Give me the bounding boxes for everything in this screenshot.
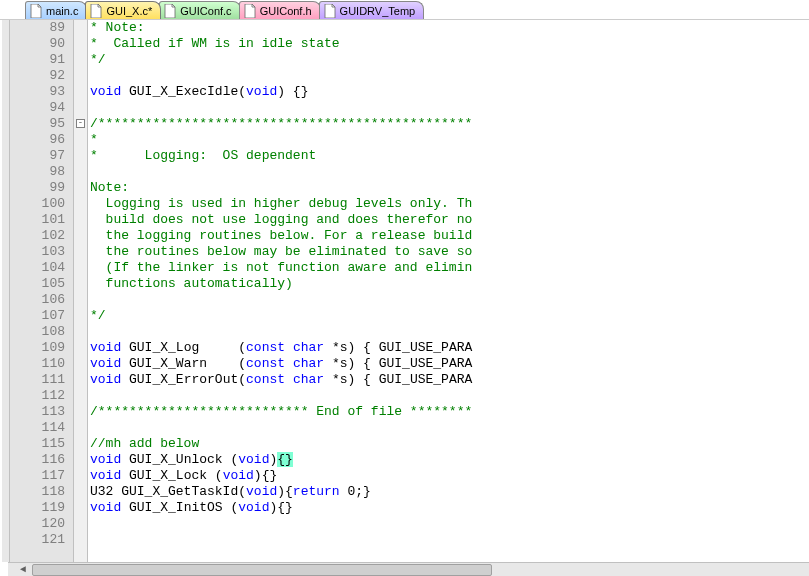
- line-number: 89: [10, 20, 73, 36]
- line-number: 95: [10, 116, 73, 132]
- code-line[interactable]: *: [90, 132, 809, 148]
- horizontal-scrollbar[interactable]: ◄: [8, 562, 809, 576]
- code-line[interactable]: void GUI_X_Lock (void){}: [90, 468, 809, 484]
- line-number: 116: [10, 452, 73, 468]
- line-number: 94: [10, 100, 73, 116]
- file-icon: [164, 4, 176, 18]
- line-number: 96: [10, 132, 73, 148]
- line-number: 93: [10, 84, 73, 100]
- code-line[interactable]: functions automatically): [90, 276, 809, 292]
- editor-margin: [2, 20, 10, 562]
- code-line[interactable]: void GUI_X_Unlock (void){}: [90, 452, 809, 468]
- line-number: 121: [10, 532, 73, 548]
- code-line[interactable]: void GUI_X_ErrorOut(const char *s) { GUI…: [90, 372, 809, 388]
- line-number: 106: [10, 292, 73, 308]
- code-line[interactable]: [90, 164, 809, 180]
- code-editor[interactable]: 8990919293949596979899100101102103104105…: [0, 20, 809, 562]
- line-number: 92: [10, 68, 73, 84]
- line-number: 113: [10, 404, 73, 420]
- code-line[interactable]: the routines below may be eliminated to …: [90, 244, 809, 260]
- line-number: 118: [10, 484, 73, 500]
- code-line[interactable]: [90, 532, 809, 548]
- line-number: 107: [10, 308, 73, 324]
- code-line[interactable]: [90, 68, 809, 84]
- tab-guiconf-h[interactable]: GUIConf.h: [239, 1, 321, 19]
- code-line[interactable]: void GUI_X_ExecIdle(void) {}: [90, 84, 809, 100]
- code-line[interactable]: Note:: [90, 180, 809, 196]
- line-number: 120: [10, 516, 73, 532]
- line-number: 97: [10, 148, 73, 164]
- tab-bar: main.cGUI_X.c*GUIConf.cGUIConf.hGUIDRV_T…: [0, 0, 809, 20]
- code-line[interactable]: (If the linker is not function aware and…: [90, 260, 809, 276]
- code-line[interactable]: * Called if WM is in idle state: [90, 36, 809, 52]
- line-number: 99: [10, 180, 73, 196]
- file-icon: [324, 4, 336, 18]
- code-line[interactable]: void GUI_X_Log (const char *s) { GUI_USE…: [90, 340, 809, 356]
- scrollbar-thumb[interactable]: [32, 564, 492, 576]
- tab-guidrv-temp[interactable]: GUIDRV_Temp: [319, 1, 425, 19]
- line-number: 119: [10, 500, 73, 516]
- line-number: 109: [10, 340, 73, 356]
- line-number: 117: [10, 468, 73, 484]
- line-number: 102: [10, 228, 73, 244]
- code-line[interactable]: */: [90, 52, 809, 68]
- line-number-gutter: 8990919293949596979899100101102103104105…: [10, 20, 74, 562]
- code-line[interactable]: void GUI_X_Warn (const char *s) { GUI_US…: [90, 356, 809, 372]
- code-area[interactable]: * Note:* Called if WM is in idle state*/…: [88, 20, 809, 562]
- line-number: 110: [10, 356, 73, 372]
- tab-label: GUI_X.c*: [106, 5, 152, 17]
- line-number: 100: [10, 196, 73, 212]
- tab-label: GUIConf.c: [180, 5, 231, 17]
- line-number: 91: [10, 52, 73, 68]
- code-line[interactable]: * Note:: [90, 20, 809, 36]
- code-line[interactable]: [90, 292, 809, 308]
- code-line[interactable]: [90, 388, 809, 404]
- file-icon: [244, 4, 256, 18]
- scroll-left-arrow-icon[interactable]: ◄: [16, 564, 30, 576]
- fold-toggle-icon[interactable]: -: [76, 119, 85, 128]
- code-line[interactable]: */: [90, 308, 809, 324]
- line-number: 111: [10, 372, 73, 388]
- code-line[interactable]: void GUI_X_InitOS (void){}: [90, 500, 809, 516]
- line-number: 101: [10, 212, 73, 228]
- code-line[interactable]: /***************************************…: [90, 116, 809, 132]
- code-line[interactable]: U32 GUI_X_GetTaskId(void){return 0;}: [90, 484, 809, 500]
- line-number: 90: [10, 36, 73, 52]
- code-line[interactable]: //mh add below: [90, 436, 809, 452]
- tab-label: main.c: [46, 5, 78, 17]
- tab-gui-x-c-[interactable]: GUI_X.c*: [85, 1, 161, 19]
- file-icon: [30, 4, 42, 18]
- line-number: 108: [10, 324, 73, 340]
- code-line[interactable]: the logging routines below. For a releas…: [90, 228, 809, 244]
- file-icon: [90, 4, 102, 18]
- code-line[interactable]: build does not use logging and does ther…: [90, 212, 809, 228]
- code-line[interactable]: [90, 324, 809, 340]
- code-line[interactable]: [90, 516, 809, 532]
- tab-label: GUIDRV_Temp: [340, 5, 416, 17]
- line-number: 105: [10, 276, 73, 292]
- line-number: 112: [10, 388, 73, 404]
- tab-guiconf-c[interactable]: GUIConf.c: [159, 1, 240, 19]
- code-line[interactable]: * Logging: OS dependent: [90, 148, 809, 164]
- line-number: 98: [10, 164, 73, 180]
- code-line[interactable]: [90, 420, 809, 436]
- code-line[interactable]: [90, 100, 809, 116]
- tab-label: GUIConf.h: [260, 5, 312, 17]
- tab-main-c[interactable]: main.c: [25, 1, 87, 19]
- code-line[interactable]: Logging is used in higher debug levels o…: [90, 196, 809, 212]
- fold-column[interactable]: -: [74, 20, 88, 562]
- code-line[interactable]: /*************************** End of file…: [90, 404, 809, 420]
- line-number: 104: [10, 260, 73, 276]
- line-number: 103: [10, 244, 73, 260]
- line-number: 115: [10, 436, 73, 452]
- line-number: 114: [10, 420, 73, 436]
